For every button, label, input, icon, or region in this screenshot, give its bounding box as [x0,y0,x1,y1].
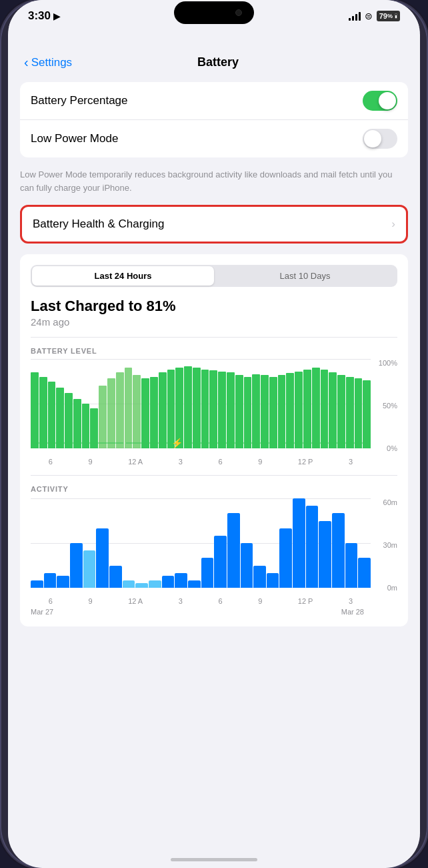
battery-bar-33 [312,368,320,448]
main-content: Battery Percentage Low Power Mode Low Po… [8,77,420,865]
battery-bar-21 [209,370,217,448]
activity-bar-0 [31,580,43,588]
battery-x-labels: 6 9 12 A 3 6 9 12 P 3 [31,458,371,466]
activity-x-labels: 6 9 12 A 3 6 9 12 P 3 [31,597,371,605]
divider-1 [31,337,397,338]
battery-bar-0 [31,372,39,448]
charge-subtitle: 24m ago [31,316,397,328]
activity-bar-8 [135,583,148,588]
time-label: 3:30 [28,9,51,23]
nav-bar: ‹ Settings Battery [8,51,420,77]
battery-bar-34 [321,370,329,448]
battery-percentage-label: Battery Percentage [31,94,128,107]
activity-bar-23 [332,513,345,588]
act-x-9pm: 9 [258,597,262,605]
activity-y-30: 30m [383,541,397,549]
low-power-mode-toggle[interactable] [363,129,397,149]
y-label-0: 0% [387,444,397,452]
date-mar27: Mar 27 [31,608,53,616]
activity-y-0: 0m [387,584,397,592]
battery-bar-35 [329,372,337,448]
x-label-9am: 9 [88,458,92,466]
battery-unit: % [387,13,393,19]
activity-bar-18 [267,573,279,588]
chevron-left-icon: ‹ [24,55,29,70]
battery-bar-31 [295,372,303,448]
activity-bar-14 [214,536,227,588]
battery-bar-16 [167,370,175,448]
battery-status: 79 % [377,11,400,21]
activity-bar-1 [44,573,57,588]
activity-bar-22 [319,521,331,588]
act-x-9am: 9 [88,597,92,605]
charge-title: Last Charged to 81% [31,298,397,315]
home-indicator [171,858,257,861]
activity-bar-24 [345,543,358,588]
battery-health-row[interactable]: Battery Health & Charging › [22,207,406,242]
chevron-right-icon: › [391,218,395,231]
battery-bar-18 [184,366,192,448]
x-label-6am: 6 [49,458,53,466]
x-label-6pm: 6 [218,458,222,466]
back-label[interactable]: Settings [31,56,72,69]
date-mar28: Mar 28 [341,608,371,616]
battery-bar-11 [125,368,133,448]
status-icons: ⊜ 79 % [349,11,400,21]
charging-bolt-icon: ⚡ [171,438,183,448]
battery-bar-15 [159,372,167,448]
act-x-6pm: 6 [218,597,222,605]
activity-bar-21 [306,506,319,588]
phone-frame: 3:30 ▶ ⊜ 79 % [0,0,428,868]
activity-bar-12 [188,580,201,588]
x-label-3am: 3 [179,458,183,466]
toggle-thumb [379,92,396,109]
chart-section: Last 24 Hours Last 10 Days Last Charged … [20,254,408,626]
low-power-footnote: Low Power Mode temporarily reduces backg… [8,163,420,203]
activity-bar-15 [227,513,240,588]
battery-health-label: Battery Health & Charging [33,218,165,231]
act-x-6am: 6 [49,597,53,605]
battery-bar-22 [218,372,226,448]
phone-screen: 3:30 ▶ ⊜ 79 % [8,0,420,868]
settings-card: Battery Percentage Low Power Mode [20,82,408,157]
activity-bar-3 [70,543,83,588]
page-title: Battery [72,55,364,69]
tab-24-hours[interactable]: Last 24 Hours [32,266,214,286]
act-x-3am: 3 [179,597,183,605]
battery-bars [31,359,371,448]
battery-percentage-toggle[interactable] [363,91,397,111]
activity-bar-20 [293,498,305,588]
camera-dot [235,9,242,16]
battery-bar-32 [303,370,311,448]
act-x-12a: 12 A [128,597,143,605]
activity-bar-11 [175,573,187,588]
activity-bar-19 [279,528,292,588]
signal-bar-1 [349,18,351,21]
signal-bars [349,11,361,21]
activity-bar-7 [123,580,135,588]
battery-health-card[interactable]: Battery Health & Charging › [20,205,408,244]
activity-y-labels: 60m 30m 0m [373,498,397,592]
activity-chart-label: ACTIVITY [31,485,397,493]
signal-bar-4 [359,12,361,21]
activity-bar-16 [241,543,253,588]
time-period-selector[interactable]: Last 24 Hours Last 10 Days [31,265,397,287]
y-label-100: 100% [379,359,397,367]
activity-bar-6 [109,566,122,588]
activity-chart: 60m 30m 0m 6 9 12 A 3 6 9 [31,498,397,605]
tab-10-days[interactable]: Last 10 Days [214,266,396,286]
x-label-12a: 12 A [128,458,143,466]
battery-level-chart: 100% 50% 0% ⚡ [31,359,397,466]
charging-indicator: ⚡ [31,438,371,448]
activity-bar-9 [149,580,161,588]
activity-bar-2 [57,576,69,588]
battery-bar-20 [201,370,209,448]
battery-percentage-row: Battery Percentage [20,82,408,120]
activity-bar-4 [83,550,96,588]
back-button[interactable]: ‹ Settings [24,55,72,70]
battery-level-chart-label: BATTERY LEVEL [31,347,397,355]
date-labels: Mar 27 Mar 28 [31,605,397,616]
activity-bar-10 [162,576,175,588]
low-power-mode-label: Low Power Mode [31,132,118,145]
activity-bars [31,498,371,588]
